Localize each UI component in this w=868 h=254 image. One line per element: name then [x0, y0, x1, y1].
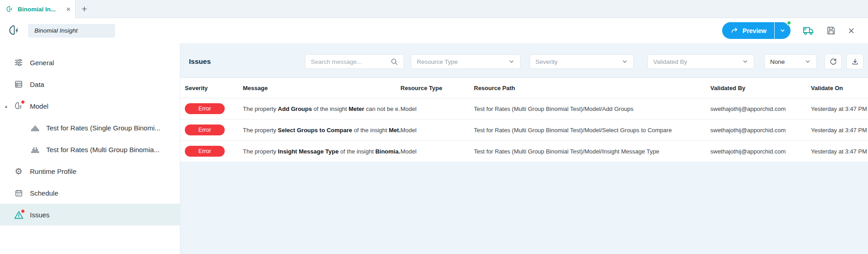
sidebar: General Data ▴ Model	[0, 43, 180, 254]
sidebar-item-test-rates-single[interactable]: Test for Rates (Single Group Binomi...	[0, 117, 180, 139]
preview-button-label: Preview	[743, 27, 767, 34]
tab-close-icon[interactable]: ×	[66, 5, 71, 13]
preview-button[interactable]: Preview	[722, 22, 775, 39]
save-icon[interactable]	[826, 26, 836, 35]
issue-row[interactable]: Error The property Select Groups to Comp…	[180, 120, 868, 141]
insight-name-input[interactable]	[28, 24, 115, 38]
redo-arrow-icon	[731, 27, 738, 34]
gear-icon: ⚙	[14, 167, 24, 176]
dropdown-placeholder: Resource Type	[417, 58, 458, 65]
download-icon	[851, 58, 859, 66]
sidebar-item-schedule[interactable]: Schedule	[0, 182, 180, 204]
search-icon	[391, 58, 398, 66]
issues-table-body: Error The property Add Groups of the ins…	[180, 98, 868, 162]
collapse-caret-icon[interactable]: ▴	[5, 104, 7, 109]
issue-message: The property Add Groups of the insight M…	[243, 105, 400, 112]
issues-table: Severity Message Resource Type Resource …	[180, 77, 868, 162]
sidebar-item-data[interactable]: Data	[0, 73, 180, 95]
bar-chart-icon	[30, 125, 40, 131]
data-table-icon	[14, 80, 24, 89]
sidebar-item-label: Issues	[30, 211, 49, 219]
close-icon[interactable]: ×	[848, 25, 854, 36]
search-box	[305, 54, 404, 69]
warning-triangle-icon	[14, 211, 24, 219]
sidebar-item-label: General	[30, 59, 54, 67]
tab-title: Binomial In...	[18, 6, 56, 13]
online-status-dot	[786, 20, 791, 25]
error-badge-dot	[21, 209, 25, 213]
tab-binomial-insight[interactable]: Binomial In... ×	[0, 0, 75, 18]
sidebar-item-label: Runtime Profile	[30, 168, 77, 175]
issue-message: The property Select Groups to Compare of…	[243, 127, 400, 134]
refresh-icon	[829, 58, 837, 66]
download-button[interactable]	[846, 54, 863, 69]
validated-by-cell: swethajothij@apporchid.com	[710, 127, 811, 134]
preview-split-button: Preview	[722, 22, 791, 39]
resource-type-cell: Model	[400, 127, 474, 134]
dropdown-placeholder: Validated By	[653, 58, 687, 65]
column-header-severity: Severity	[185, 85, 243, 91]
issues-table-header: Severity Message Resource Type Resource …	[180, 78, 868, 98]
resource-type-dropdown[interactable]: Resource Type	[411, 54, 521, 69]
sidebar-item-issues[interactable]: Issues	[0, 204, 180, 225]
dropdown-value: None	[770, 58, 785, 65]
issue-row[interactable]: Error The property Insight Message Type …	[180, 141, 868, 162]
severity-badge: Error	[185, 125, 225, 135]
column-header-message: Message	[243, 85, 400, 91]
resource-type-cell: Model	[400, 148, 474, 155]
chevron-down-icon	[805, 58, 811, 65]
resource-path-cell: Test for Rates (Multi Group Binomial Tes…	[474, 127, 710, 134]
resource-type-cell: Model	[400, 105, 474, 112]
validate-on-cell: Yesterday at 3:47 PM	[811, 127, 868, 134]
severity-dropdown[interactable]: Severity	[530, 54, 634, 69]
brain-bolt-icon	[6, 5, 14, 13]
chevron-down-icon	[622, 58, 628, 65]
resource-path-cell: Test for Rates (Multi Group Binomial Tes…	[474, 105, 710, 112]
chevron-down-icon	[780, 28, 786, 34]
model-brain-icon	[14, 101, 24, 110]
dropdown-placeholder: Severity	[535, 58, 558, 65]
column-header-resource-path: Resource Path	[474, 85, 710, 91]
validated-by-dropdown[interactable]: Validated By	[647, 54, 754, 69]
sidebar-item-model[interactable]: ▴ Model	[0, 95, 180, 117]
sidebar-item-general[interactable]: General	[0, 52, 180, 73]
brain-bolt-icon	[8, 24, 20, 37]
sidebar-item-label: Data	[30, 81, 44, 88]
validated-by-cell: swethajothij@apporchid.com	[710, 105, 811, 112]
sidebar-item-label: Test for Rates (Single Group Binomi...	[46, 124, 160, 132]
issue-message: The property Insight Message Type of the…	[243, 148, 400, 155]
sidebar-item-label: Test for Rates (Multi Group Binomia...	[46, 146, 159, 153]
column-header-validate-on: Validate On	[811, 85, 868, 91]
issue-row[interactable]: Error The property Add Groups of the ins…	[180, 98, 868, 120]
issues-toolbar: Issues Resource Type Severity	[180, 43, 868, 77]
column-header-validated-by: Validated By	[710, 85, 811, 91]
deploy-truck-icon[interactable]	[803, 26, 814, 35]
resource-path-cell: Test for Rates (Multi Group Binomial Tes…	[474, 148, 710, 155]
new-tab-icon[interactable]: +	[82, 4, 87, 14]
refresh-button[interactable]	[825, 54, 842, 69]
severity-badge: Error	[185, 103, 225, 114]
chevron-down-icon	[508, 58, 515, 65]
issues-panel: Issues Resource Type Severity	[180, 43, 868, 254]
tune-sliders-icon	[14, 58, 24, 67]
severity-badge: Error	[185, 146, 225, 157]
error-badge-dot	[21, 100, 25, 104]
tab-bar: Binomial In... × +	[0, 0, 868, 18]
app-header: Preview ×	[0, 18, 868, 43]
sidebar-item-runtime-profile[interactable]: ⚙ Runtime Profile	[0, 160, 180, 182]
sidebar-item-test-rates-multi[interactable]: Test for Rates (Multi Group Binomia...	[0, 139, 180, 160]
sidebar-item-label: Model	[30, 102, 48, 110]
chevron-down-icon	[742, 58, 748, 65]
sidebar-item-label: Schedule	[30, 189, 58, 197]
bar-chart-icon	[30, 146, 40, 153]
tab-strip: +	[75, 0, 868, 18]
calendar-icon	[14, 189, 24, 197]
validate-on-cell: Yesterday at 3:47 PM	[811, 105, 868, 112]
group-by-dropdown[interactable]: None	[764, 54, 817, 69]
validated-by-cell: swethajothij@apporchid.com	[710, 148, 811, 155]
search-input[interactable]	[311, 58, 387, 65]
page-title: Issues	[189, 58, 211, 66]
validate-on-cell: Yesterday at 3:47 PM	[811, 148, 868, 155]
column-header-resource-type: Resource Type	[400, 85, 474, 91]
